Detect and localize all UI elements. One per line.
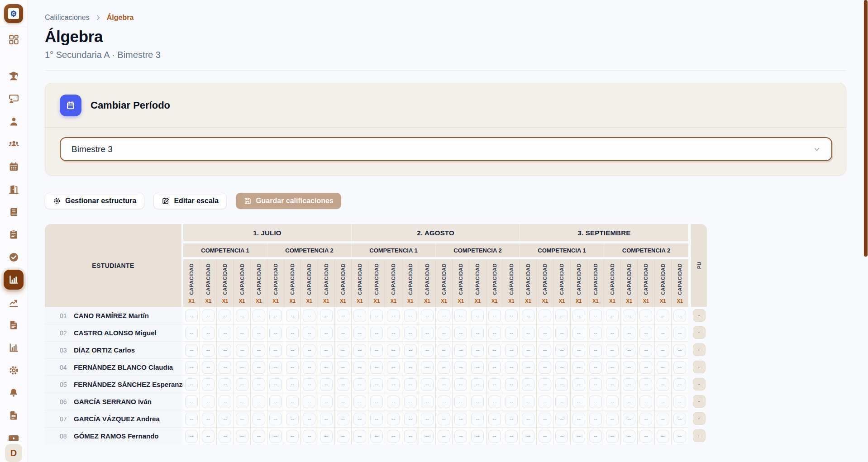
grade-input[interactable]	[522, 310, 534, 322]
grade-input[interactable]	[606, 327, 619, 339]
grade-input[interactable]	[236, 361, 248, 374]
grade-input[interactable]	[673, 344, 686, 357]
grade-input[interactable]	[370, 430, 383, 443]
grade-input[interactable]	[202, 361, 215, 374]
grade-input[interactable]	[488, 327, 501, 339]
grade-input[interactable]	[572, 378, 585, 391]
grade-input[interactable]	[471, 344, 484, 357]
grade-input[interactable]	[337, 378, 349, 391]
grade-input[interactable]	[539, 378, 551, 391]
grade-input[interactable]	[606, 395, 619, 408]
grade-input[interactable]	[539, 344, 551, 357]
grade-input[interactable]	[623, 413, 635, 425]
grade-input[interactable]	[353, 344, 366, 357]
grade-input[interactable]	[471, 378, 484, 391]
grade-input[interactable]	[320, 310, 333, 322]
grade-input[interactable]	[303, 395, 315, 408]
grade-input[interactable]	[522, 430, 534, 443]
grade-input[interactable]	[404, 361, 417, 374]
grade-input[interactable]	[404, 378, 417, 391]
grade-input[interactable]	[505, 327, 518, 339]
grade-input[interactable]	[555, 413, 568, 425]
grade-input[interactable]	[639, 327, 652, 339]
sidebar-item-tasks[interactable]	[3, 223, 24, 246]
grade-input[interactable]	[673, 413, 686, 425]
grade-input[interactable]	[253, 344, 265, 357]
grade-input[interactable]	[353, 310, 366, 322]
grade-input[interactable]	[320, 395, 333, 408]
grade-input[interactable]	[639, 361, 652, 374]
grade-input[interactable]	[320, 378, 333, 391]
grade-input[interactable]	[589, 310, 602, 322]
grade-input[interactable]	[202, 430, 215, 443]
grade-input[interactable]	[639, 395, 652, 408]
grade-input[interactable]	[522, 395, 534, 408]
grade-input[interactable]	[404, 395, 417, 408]
grade-input[interactable]	[454, 361, 467, 374]
grade-input[interactable]	[404, 413, 417, 425]
grade-input[interactable]	[286, 378, 299, 391]
grade-input[interactable]	[471, 430, 484, 443]
grade-input[interactable]	[438, 344, 450, 357]
save-grades-button[interactable]: Guardar calificaciones	[236, 193, 341, 209]
grade-input[interactable]	[589, 395, 602, 408]
grade-input[interactable]	[421, 327, 434, 339]
grade-input[interactable]	[370, 361, 383, 374]
grade-input[interactable]	[320, 430, 333, 443]
grade-input[interactable]	[370, 310, 383, 322]
grade-input[interactable]	[606, 310, 619, 322]
grade-input[interactable]	[253, 430, 265, 443]
grade-input[interactable]	[555, 344, 568, 357]
grade-input[interactable]	[471, 361, 484, 374]
sidebar-item-reports[interactable]	[3, 314, 24, 336]
sidebar-item-teachers[interactable]	[3, 110, 24, 133]
grade-input[interactable]	[269, 430, 282, 443]
grade-input[interactable]	[353, 413, 366, 425]
grade-input[interactable]	[337, 361, 349, 374]
grade-input[interactable]	[303, 413, 315, 425]
grade-input[interactable]	[387, 395, 400, 408]
grade-input[interactable]	[202, 327, 215, 339]
user-avatar[interactable]: D	[5, 444, 22, 462]
grade-input[interactable]	[353, 378, 366, 391]
grade-input[interactable]	[589, 378, 602, 391]
grade-input[interactable]	[202, 310, 215, 322]
grade-input[interactable]	[673, 395, 686, 408]
grade-input[interactable]	[539, 395, 551, 408]
grade-input[interactable]	[471, 413, 484, 425]
grade-input[interactable]	[236, 378, 248, 391]
grade-input[interactable]	[657, 395, 669, 408]
grade-input[interactable]	[623, 395, 635, 408]
grade-input[interactable]	[421, 310, 434, 322]
grade-input[interactable]	[589, 327, 602, 339]
grade-input[interactable]	[673, 361, 686, 374]
grade-input[interactable]	[219, 413, 231, 425]
grade-input[interactable]	[488, 361, 501, 374]
grade-input[interactable]	[185, 378, 198, 391]
grade-input[interactable]	[253, 378, 265, 391]
grade-input[interactable]	[589, 361, 602, 374]
grade-input[interactable]	[236, 344, 248, 357]
grade-input[interactable]	[555, 395, 568, 408]
grade-input[interactable]	[488, 310, 501, 322]
grade-input[interactable]	[269, 344, 282, 357]
grade-input[interactable]	[286, 310, 299, 322]
grade-input[interactable]	[421, 361, 434, 374]
grade-input[interactable]	[555, 430, 568, 443]
grade-input[interactable]	[370, 378, 383, 391]
grade-input[interactable]	[286, 395, 299, 408]
grade-input[interactable]	[623, 310, 635, 322]
grade-input[interactable]	[657, 310, 669, 322]
grade-input[interactable]	[337, 413, 349, 425]
grade-input[interactable]	[589, 430, 602, 443]
manage-structure-button[interactable]: Gestionar estructura	[45, 193, 144, 209]
grade-input[interactable]	[555, 361, 568, 374]
grade-input[interactable]	[572, 344, 585, 357]
grade-input[interactable]	[404, 310, 417, 322]
grade-input[interactable]	[639, 344, 652, 357]
grade-input[interactable]	[623, 361, 635, 374]
grade-input[interactable]	[454, 327, 467, 339]
grade-input[interactable]	[269, 395, 282, 408]
grade-input[interactable]	[286, 344, 299, 357]
grade-input[interactable]	[572, 310, 585, 322]
